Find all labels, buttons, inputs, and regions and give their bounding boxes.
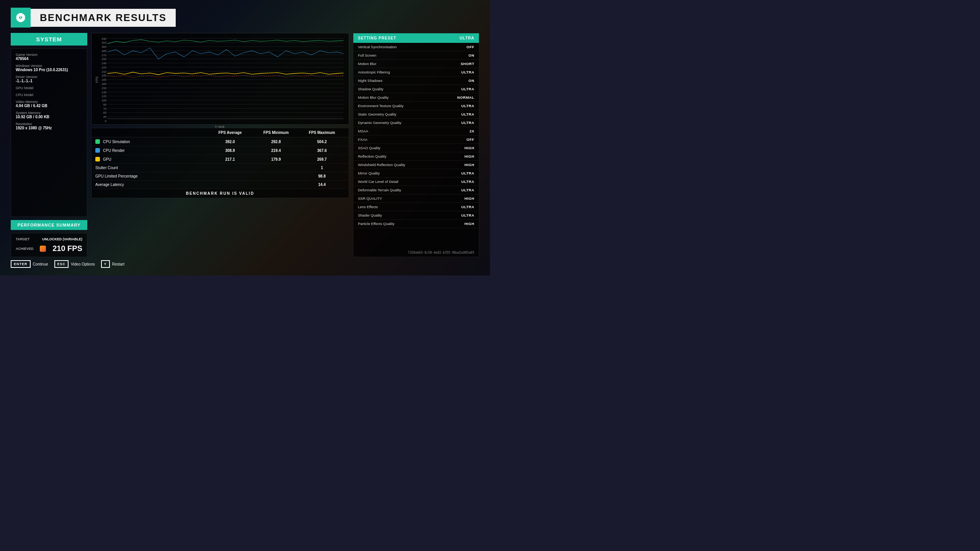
setting-name: SSR QUALITY: [358, 196, 382, 201]
gpu-model-item: GPU Model: [16, 86, 82, 90]
page-title: BENCHMARK RESULTS: [40, 12, 167, 24]
setting-name: Night Shadows: [358, 78, 382, 83]
stutter-col2: [253, 166, 299, 170]
achieved-label: ACHIEVED: [16, 247, 34, 251]
setting-value: HIGH: [464, 196, 474, 201]
svg-text:195: 195: [101, 74, 106, 78]
avg-latency-label: Average Latency: [95, 183, 207, 187]
chart-x-label: TIME: [95, 125, 346, 129]
gpu-dot: [95, 157, 100, 161]
setting-row: Deformable Terrain Quality ULTRA: [353, 186, 479, 194]
target-row: TARGET UNLOCKED (VARIABLE): [16, 237, 82, 241]
svg-text:135: 135: [101, 91, 106, 94]
cpu-sim-dot: [95, 139, 100, 144]
svg-text:285: 285: [101, 49, 106, 53]
system-info: Game Version 478564 Windows Version Wind…: [11, 49, 87, 217]
setting-name: MSAA: [358, 129, 368, 133]
gpu-row: GPU 217.1 179.9 269.7: [91, 155, 349, 164]
fps-chart-container: 330 315 300 285 270 255 240 225 210 195 …: [91, 33, 349, 125]
y-key[interactable]: Y: [101, 260, 110, 268]
esc-key[interactable]: ESC: [54, 260, 69, 268]
valid-banner: BENCHMARK RUN IS VALID: [91, 189, 349, 198]
enter-button[interactable]: ENTER Continue: [11, 260, 48, 268]
stats-header-row: FPS Average FPS Minimum FPS Maximum: [91, 128, 349, 137]
game-version-label: Game Version: [16, 53, 82, 57]
settings-header: SETTING PRESET ULTRA: [353, 33, 479, 43]
enter-action: Continue: [33, 262, 48, 266]
perf-summary-body: TARGET UNLOCKED (VARIABLE) ACHIEVED 210 …: [11, 233, 87, 257]
setting-row: MSAA 2X: [353, 127, 479, 135]
setting-value: ULTRA: [461, 213, 474, 217]
setting-row: Motion Blur SHORT: [353, 60, 479, 68]
settings-panel: SETTING PRESET ULTRA Vertical Synchronis…: [353, 33, 479, 257]
svg-text:255: 255: [101, 58, 106, 61]
cpu-render-label: CPU Render: [103, 148, 125, 153]
setting-row: Full Screen ON: [353, 51, 479, 60]
setting-name: Shader Quality: [358, 213, 382, 217]
svg-text:0: 0: [105, 119, 106, 123]
svg-text:210: 210: [101, 70, 106, 73]
cpu-model-label: CPU Model: [16, 93, 82, 97]
setting-value: ULTRA: [461, 87, 474, 91]
setting-row: World Car Level of Detail ULTRA: [353, 178, 479, 186]
cpu-sim-min: 292.8: [253, 140, 299, 144]
svg-text:60: 60: [103, 111, 106, 114]
settings-rows: Vertical Synchronisation OFF Full Screen…: [353, 43, 479, 228]
setting-row: Vertical Synchronisation OFF: [353, 43, 479, 51]
setting-row: Reflection Quality HIGH: [353, 152, 479, 161]
esc-action: Video Options: [71, 262, 95, 266]
svg-text:FPS: FPS: [95, 76, 99, 83]
setting-value: SHORT: [461, 62, 474, 66]
target-value: UNLOCKED (VARIABLE): [42, 237, 82, 241]
svg-text:270: 270: [101, 54, 106, 57]
gpu-label-cell: GPU: [95, 157, 207, 161]
setting-name: Windshield Reflection Quality: [358, 163, 405, 167]
setting-name: Motion Blur Quality: [358, 95, 389, 99]
y-button[interactable]: Y Restart: [101, 260, 124, 268]
middle-panel: 330 315 300 285 270 255 240 225 210 195 …: [91, 33, 349, 257]
cpu-render-max: 367.6: [299, 148, 345, 153]
gpu-max: 269.7: [299, 157, 345, 161]
video-memory-label: Video Memory: [16, 100, 82, 104]
svg-text:90: 90: [103, 103, 106, 106]
col-header-avg: FPS Average: [207, 130, 253, 135]
setting-row: Windshield Reflection Quality HIGH: [353, 161, 479, 169]
setting-row: Static Geometry Quality ULTRA: [353, 110, 479, 119]
windows-version-value: Windows 10 Pro (10.0.22631): [16, 68, 82, 72]
setting-value: ULTRA: [461, 179, 474, 184]
stutter-value: 1: [299, 166, 345, 170]
setting-row: Night Shadows ON: [353, 77, 479, 85]
cpu-model-item: CPU Model: [16, 93, 82, 97]
avg-latency-value: 14.4: [299, 183, 345, 187]
settings-header-value: ULTRA: [460, 36, 474, 40]
svg-text:180: 180: [101, 78, 106, 82]
header-title-box: BENCHMARK RESULTS: [31, 9, 176, 27]
col-header-max: FPS Maximum: [299, 130, 345, 135]
setting-name: Lens Effects: [358, 205, 378, 209]
enter-key[interactable]: ENTER: [11, 260, 31, 268]
avg-latency-row: Average Latency 14.4: [91, 181, 349, 189]
svg-text:330: 330: [101, 37, 106, 41]
setting-row: Motion Blur Quality NORMAL: [353, 93, 479, 102]
gpu-line: [107, 72, 343, 75]
header: BENCHMARK RESULTS: [11, 8, 479, 28]
achieved-value: 210 FPS: [52, 244, 82, 253]
setting-row: Shader Quality ULTRA: [353, 211, 479, 220]
setting-name: Deformable Terrain Quality: [358, 188, 401, 192]
cpu-render-dot: [95, 148, 100, 153]
chart-grid: 330 315 300 285 270 255 240 225 210 195 …: [101, 37, 343, 123]
header-icon: [11, 8, 31, 28]
y-action: Restart: [112, 262, 124, 266]
gpu-limited-row: GPU Limited Percentage 98.8: [91, 172, 349, 181]
svg-text:225: 225: [101, 66, 106, 69]
esc-button[interactable]: ESC Video Options: [54, 260, 95, 268]
setting-name: Motion Blur: [358, 62, 376, 66]
setting-name: Reflection Quality: [358, 154, 386, 158]
setting-name: FXAA: [358, 137, 368, 142]
video-memory-value: 4.94 GB / 6.42 GB: [16, 104, 82, 108]
setting-value: HIGH: [464, 146, 474, 150]
svg-text:300: 300: [101, 45, 106, 49]
setting-name: Particle Effects Quality: [358, 222, 394, 226]
stats-table: FPS Average FPS Minimum FPS Maximum CPU …: [91, 128, 349, 198]
setting-name: Vertical Synchronisation: [358, 45, 397, 49]
